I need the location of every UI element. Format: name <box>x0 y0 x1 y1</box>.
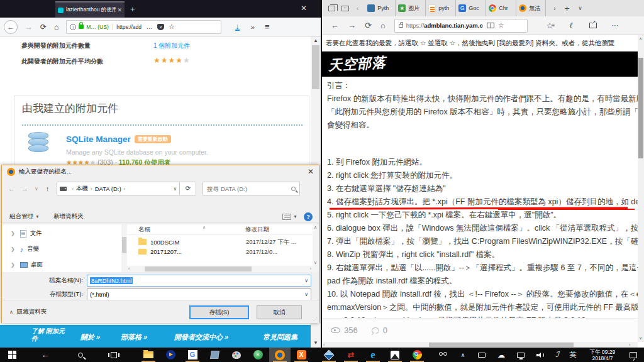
tab-python[interactable]: Pyth <box>365 0 395 16</box>
bookmark-star-icon[interactable]: ☆ <box>169 23 175 31</box>
green-app-button[interactable]: ✳ <box>247 348 269 362</box>
dialog-refresh-button[interactable]: ⟳ <box>180 182 196 195</box>
input-language-indicator[interactable]: 英 <box>566 348 580 362</box>
file-row[interactable]: 20171207... 2017/12/0... <box>127 249 319 255</box>
address-bar[interactable]: i M… (US) | https://add … ∨ ☆ <box>66 20 221 34</box>
menu-hamburger-icon[interactable]: ≡ <box>265 22 270 31</box>
skyblog-logo[interactable]: 天空部落 <box>328 53 386 75</box>
start-button[interactable] <box>1 348 23 362</box>
hscrollbar-thumb[interactable] <box>145 266 252 272</box>
stat-addon-count-link[interactable]: 1 個附加元件 <box>153 41 190 50</box>
footer-link-about[interactable]: 關於 » <box>80 332 100 342</box>
tab-list-chevron-icon[interactable]: ∨ <box>578 5 582 11</box>
favorites-hub-icon[interactable]: ☆ <box>547 21 553 30</box>
firefox-taskbar-button[interactable] <box>269 348 291 362</box>
edge-horizontal-scrollbar[interactable]: ‹ › <box>322 342 638 348</box>
action-center-button[interactable] <box>624 348 643 362</box>
show-hidden-icons-button[interactable]: ∧ <box>455 348 470 362</box>
taskbar-search-button[interactable] <box>70 348 91 362</box>
tree-scrollbar[interactable] <box>121 224 127 272</box>
window-close-button[interactable]: ✕ <box>301 4 307 13</box>
expand-chevron-icon[interactable]: ❯ <box>11 262 15 268</box>
scroll-left-arrow[interactable]: ‹ <box>128 266 130 272</box>
resize-grip[interactable]: ⋰ <box>313 317 318 322</box>
breadcrumb[interactable]: › 本機 › DATA (D:) › ∨ <box>57 182 180 195</box>
chrome-button[interactable] <box>406 348 428 362</box>
media-app-button[interactable] <box>160 348 181 362</box>
combo-dropdown-icon[interactable]: ∨ <box>304 292 308 297</box>
save-button[interactable]: 存檔(S) <box>189 305 249 319</box>
scrollbar-thumb[interactable] <box>312 45 319 89</box>
tablet-back-button[interactable]: ← <box>35 348 56 362</box>
dialog-search-box[interactable] <box>203 182 300 195</box>
hscrollbar-thumb[interactable] <box>429 343 574 347</box>
dialog-up-button[interactable]: ↑ <box>46 185 50 192</box>
filename-value[interactable]: 8aRDhINJ.html <box>90 277 133 284</box>
forward-button[interactable]: → <box>25 23 33 31</box>
dialog-back-button[interactable]: ← <box>8 185 15 192</box>
tree-item-music[interactable]: ❯ ♪ 音樂 <box>2 241 121 257</box>
dialog-close-icon[interactable]: ✕ <box>308 167 314 176</box>
tab-google[interactable]: GGoc <box>455 0 486 16</box>
onedrive-tray-icon[interactable]: ☁ <box>494 348 509 362</box>
tab-pictures[interactable]: ★图片 <box>395 0 425 16</box>
google-app-button[interactable]: G <box>182 348 203 362</box>
breadcrumb-computer[interactable]: 本機 <box>76 185 88 193</box>
cancel-button[interactable]: 取消 <box>257 305 302 319</box>
footer-link-faq[interactable]: 常見問題集 <box>263 332 297 342</box>
tab-scroll-left-icon[interactable]: ‹ <box>357 5 358 12</box>
file-list-vscrollbar[interactable]: ∧∨ <box>313 224 319 266</box>
edge-forward-button[interactable]: → <box>348 21 356 30</box>
downloads-icon[interactable]: ↓ <box>235 23 240 31</box>
tab-scroll-right-icon[interactable]: › <box>553 5 555 12</box>
paint-button[interactable] <box>226 348 247 362</box>
tree-item-desktop[interactable]: ❯ 桌面 <box>2 257 121 272</box>
footer-link-blog[interactable]: 部落格 » <box>121 332 147 342</box>
search-input[interactable] <box>207 185 291 192</box>
column-name[interactable]: 名稱 <box>138 226 245 234</box>
view-mode-icon[interactable] <box>282 214 291 220</box>
dialog-recent-chevron[interactable]: ∨ <box>35 186 38 192</box>
tab-firefox[interactable]: 無法 <box>516 0 546 16</box>
volume-tray-icon[interactable] <box>533 348 548 362</box>
pocket-icon[interactable]: ∨ <box>157 24 164 30</box>
scroll-right-arrow[interactable]: › <box>310 266 311 272</box>
overflow-chevron-icon[interactable]: » <box>251 23 255 31</box>
file-list-hscrollbar[interactable]: ‹ › <box>127 266 319 272</box>
edge-taskbar-button[interactable]: e <box>362 348 384 362</box>
comments-bubble-icon[interactable] <box>372 327 379 334</box>
xampp-button[interactable]: X <box>291 348 312 362</box>
tree-scrollbar-thumb[interactable] <box>122 237 126 253</box>
file-explorer-button[interactable] <box>138 348 159 362</box>
filetype-combobox[interactable]: (*.html) ∨ <box>87 288 311 300</box>
breadcrumb-drive[interactable]: DATA (D:) <box>95 185 121 192</box>
expand-chevron-icon[interactable]: ❯ <box>11 246 15 252</box>
scroll-up-arrow[interactable]: ∧ <box>639 36 642 41</box>
scroll-up-arrow[interactable]: ▲ <box>311 36 321 45</box>
page-actions-icon[interactable]: … <box>147 24 153 30</box>
page-info-icon[interactable]: i <box>70 24 76 30</box>
vscrollbar-thumb[interactable] <box>638 58 643 158</box>
addon-name-link[interactable]: SQLite Manager需要重新啟動 <box>66 134 171 144</box>
scroll-down-arrow[interactable]: ∨ <box>639 336 642 341</box>
scroll-left-arrow[interactable]: ‹ <box>323 342 325 348</box>
share-icon[interactable] <box>589 23 597 28</box>
network-tray-icon[interactable] <box>513 348 528 362</box>
comments-count[interactable]: 0 <box>383 326 387 335</box>
back-button[interactable]: ← <box>4 20 18 34</box>
scroll-right-arrow[interactable]: › <box>629 342 630 348</box>
breadcrumb-dropdown-icon[interactable]: ∨ <box>174 186 177 192</box>
hide-folders-toggle[interactable]: ∧隱藏資料夾 <box>9 308 47 316</box>
dialog-forward-button[interactable]: → <box>21 185 28 192</box>
column-date[interactable]: 修改日期 <box>245 226 308 234</box>
file-row[interactable]: 100DSCIM 2017/12/27 下午 ... <box>127 235 319 249</box>
photos-app-button[interactable] <box>384 348 406 362</box>
tree-item-documents[interactable]: ❯ 文件 <box>2 226 121 241</box>
new-tab-button[interactable]: + <box>130 4 135 14</box>
combo-dropdown-icon[interactable]: ∨ <box>304 278 308 283</box>
virtualbox-button[interactable] <box>318 348 340 362</box>
ink-workspace-tray-icon[interactable]: ℐ <box>551 348 564 362</box>
edge-new-tab-button[interactable]: + <box>565 4 570 13</box>
photos-viewer-button[interactable] <box>204 348 225 362</box>
dialog-titlebar[interactable]: 輸入要儲存的檔名... ✕ <box>2 165 319 178</box>
